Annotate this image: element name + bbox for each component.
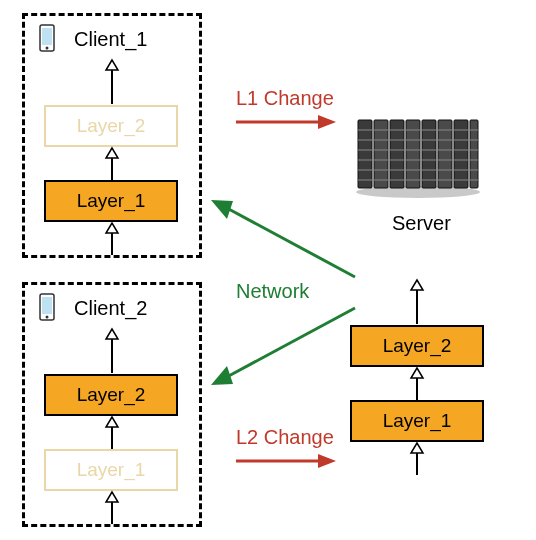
svg-marker-15 <box>106 417 118 427</box>
l1-change-label: L1 Change <box>236 87 334 110</box>
svg-marker-40 <box>318 115 336 129</box>
svg-marker-8 <box>106 223 118 233</box>
svg-marker-44 <box>211 200 233 219</box>
client1-arrow-mid <box>105 148 119 180</box>
client2-layer1: Layer_1 <box>44 449 178 491</box>
svg-marker-46 <box>211 366 233 385</box>
server-layer2: Layer_2 <box>350 325 484 367</box>
phone-icon <box>38 24 56 54</box>
svg-point-2 <box>46 47 49 50</box>
client2-arrow-top <box>105 329 119 373</box>
server-arrow-bottom <box>410 443 424 475</box>
phone-icon <box>38 293 56 323</box>
client2-arrow-bottom <box>105 492 119 524</box>
svg-marker-6 <box>106 148 118 158</box>
svg-marker-34 <box>411 280 423 290</box>
svg-marker-4 <box>106 60 118 70</box>
client1-arrow-top <box>105 60 119 104</box>
svg-line-45 <box>225 308 355 378</box>
client2-title: Client_2 <box>74 297 147 320</box>
l2-change-arrow <box>236 451 336 471</box>
network-arrow-down <box>205 300 365 390</box>
server-title: Server <box>392 212 451 235</box>
svg-marker-13 <box>106 329 118 339</box>
server-icon <box>348 110 488 200</box>
svg-rect-10 <box>42 297 52 314</box>
server-arrow-top <box>410 280 424 324</box>
svg-marker-42 <box>318 454 336 468</box>
client1-title: Client_1 <box>74 28 147 51</box>
svg-marker-36 <box>411 368 423 378</box>
svg-marker-38 <box>411 443 423 453</box>
client2-arrow-mid <box>105 417 119 449</box>
svg-point-11 <box>46 316 49 319</box>
svg-marker-17 <box>106 492 118 502</box>
svg-line-43 <box>225 207 355 277</box>
l1-change-arrow <box>236 112 336 132</box>
client1-arrow-bottom <box>105 223 119 255</box>
network-arrow-up <box>205 195 365 285</box>
client2-layer2: Layer_2 <box>44 374 178 416</box>
client1-layer2: Layer_2 <box>44 105 178 147</box>
client1-layer1: Layer_1 <box>44 180 178 222</box>
svg-rect-1 <box>42 28 52 45</box>
server-layer1: Layer_1 <box>350 400 484 442</box>
l2-change-label: L2 Change <box>236 426 334 449</box>
server-arrow-mid <box>410 368 424 400</box>
